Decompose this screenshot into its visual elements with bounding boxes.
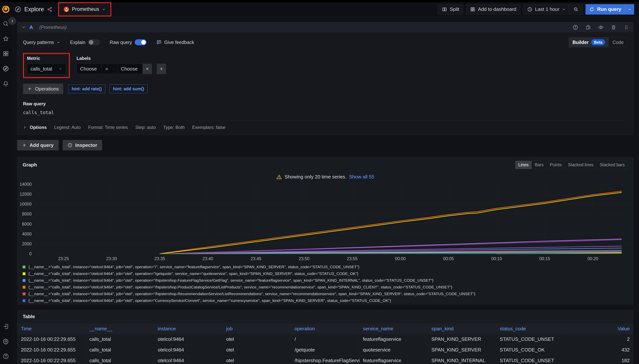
legend-series-swatch [23,299,26,302]
gear-icon[interactable] [2,338,9,344]
sign-in-icon[interactable] [2,323,9,330]
apps-icon[interactable] [2,50,9,57]
share-icon[interactable] [47,6,52,12]
legend-series-swatch [23,286,26,288]
table-cell: calls_total [86,334,154,344]
run-query-button[interactable]: Run query [586,4,634,14]
legend-item[interactable]: {__name__="calls_total", instance="otelc… [23,297,628,304]
options-collapse-toggle[interactable]: Options [23,125,47,130]
chevron-down-icon [56,40,60,44]
legend-item[interactable]: {__name__="calls_total", instance="otelc… [23,284,628,290]
graph-legend: {__name__="calls_total", instance="otelc… [18,262,633,304]
chevron-right-icon [10,19,14,23]
add-to-dashboard-button[interactable]: Add to dashboard [466,4,520,14]
svg-text:23:35: 23:35 [154,256,165,261]
legend-item[interactable]: {__name__="calls_total", instance="otelc… [23,290,628,297]
add-label-filter-button[interactable] [157,64,166,74]
legend-series-swatch [23,266,26,268]
svg-text:00:10: 00:10 [491,256,502,261]
table-column-header-name[interactable]: __name__ [86,324,154,334]
table-cell: featureflagservice [360,355,428,364]
query-hint-button-0[interactable]: hint: add rate() [68,84,105,93]
legend-series-swatch [23,272,26,275]
timeseries-chart[interactable]: 0200040006000800010000120001400023:2523:… [18,182,633,262]
table-column-header-value[interactable]: Value [565,324,633,334]
duplicate-icon[interactable] [585,24,591,30]
label-value-select[interactable]: Choose [117,64,143,74]
table-column-header-operation[interactable]: operation [291,324,360,334]
help-icon[interactable] [2,353,9,360]
options-label: Options [30,125,47,130]
add-query-button[interactable]: Add query [17,140,58,150]
metric-select[interactable]: calls_total [27,64,66,74]
svg-text:14000: 14000 [20,182,32,187]
query-hint-button-1[interactable]: hint: add sum() [110,84,148,93]
graph-mode-lines[interactable]: Lines [515,161,532,169]
eye-icon[interactable] [598,24,604,30]
table-cell: calls_total [86,344,154,355]
graph-mode-bars[interactable]: Bars [532,161,546,169]
explain-toggle[interactable] [88,39,100,45]
run-query-caret[interactable] [625,4,634,14]
time-range-button[interactable]: Last 1 hour [523,4,570,14]
option-summary-item: Type: Both [163,125,185,130]
code-mode-tab[interactable]: Code [609,38,628,47]
builder-mode-tab[interactable]: Builder Beta [569,38,609,47]
table-column-header-statuscode[interactable]: status_code [496,324,565,334]
table-cell: calls_total [86,355,154,364]
query-row-header[interactable]: A (Prometheus) [18,22,633,32]
zoom-out-button[interactable] [570,4,582,14]
graph-mode-stacked-lines[interactable]: Stacked lines [565,161,596,169]
close-icon [145,67,149,71]
table-cell: otel [222,334,291,344]
help-circle-icon[interactable] [572,24,578,30]
legend-item[interactable]: {__name__="calls_total", instance="otelc… [23,264,628,270]
table-column-header-spankind[interactable]: span_kind [428,324,496,334]
legend-item[interactable]: {__name__="calls_total", instance="otelc… [23,270,628,277]
table-column-header-instance[interactable]: instance [154,324,223,334]
query-patterns-dropdown[interactable]: Query patterns [23,40,60,45]
operations-label: Operations [35,86,59,92]
chevron-down-icon [102,7,106,12]
show-all-series-link[interactable]: Show all 55 [349,174,374,180]
sidebar-expand-button[interactable] [8,17,16,25]
star-icon[interactable] [2,36,9,42]
table-cell: otelcol:9464 [154,344,223,355]
bell-icon[interactable] [2,80,9,87]
operations-row: Operations hint: add rate()hint: add sum… [23,84,628,94]
trash-icon[interactable] [611,24,616,30]
datasource-picker[interactable]: Prometheus [60,4,110,14]
table-row: 2022-10-16 00:22:29.655calls_totalotelco… [18,344,633,355]
legend-item[interactable]: {__name__="calls_total", instance="otelc… [23,277,628,284]
options-summary-items: Legend: AutoFormat: Time seriesStep: aut… [54,125,226,130]
label-key-select[interactable]: Choose [76,64,102,74]
graph-mode-points[interactable]: Points [546,161,565,169]
plus-icon [22,143,26,148]
chevron-down-icon [628,8,632,11]
collapse-chevron-icon[interactable] [22,25,26,29]
give-feedback-link[interactable]: Give feedback [156,40,194,45]
split-button[interactable]: Split [438,4,463,14]
table-header-row: Time__name__instancejoboperationservice_… [18,324,633,334]
raw-query-toggle[interactable] [135,39,147,45]
warning-text: Showing only 20 time series. [284,174,346,180]
graph-mode-stacked-bars[interactable]: Stacked bars [596,161,628,169]
remove-label-filter-button[interactable] [142,64,152,74]
label-operator-value: = [105,66,108,72]
compass-icon[interactable] [2,66,9,72]
inspector-button[interactable]: Inspector [63,140,102,150]
search-icon[interactable] [2,20,9,27]
drag-handle-icon[interactable] [624,24,629,30]
table-column-header-time[interactable]: Time [18,324,86,334]
legend-item[interactable]: {__name__="calls_total", instance="otelc… [23,304,628,304]
query-editor-toolbar: Query patterns Explain Raw query Give fe… [23,37,628,47]
table-column-header-servicename[interactable]: service_name [360,324,428,334]
table-column-header-job[interactable]: job [222,324,291,334]
add-operation-button[interactable]: Operations [23,84,63,94]
label-operator-select[interactable]: = [102,64,118,74]
table-cell: SPAN_KIND_INTERNAL [428,355,496,364]
grafana-logo[interactable] [0,5,12,14]
table-cell: otelcol:9464 [154,355,223,364]
run-query-main[interactable]: Run query [586,4,625,14]
code-label: Code [612,40,624,45]
